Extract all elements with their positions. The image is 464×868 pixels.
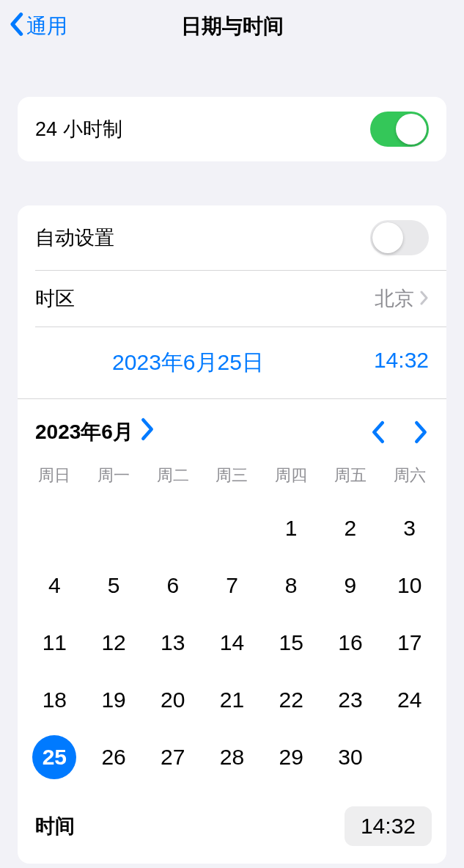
weekday-label: 周三	[202, 464, 262, 486]
row-timezone[interactable]: 时区 北京	[18, 271, 446, 327]
day-cell[interactable]: 15	[262, 614, 321, 671]
weekday-label: 周六	[380, 464, 439, 486]
day-cell[interactable]: 13	[143, 614, 202, 671]
day-cell[interactable]: 1	[262, 500, 321, 557]
group-datetime: 自动设置 时区 北京 2023年6月25日 14:32 2023年6月	[18, 205, 446, 864]
label-auto-set: 自动设置	[35, 225, 114, 251]
month-label: 2023年6月	[35, 418, 133, 446]
day-cell[interactable]: 7	[202, 557, 262, 614]
weekday-label: 周一	[84, 464, 144, 486]
chevron-right-icon	[139, 417, 155, 447]
day-cell[interactable]: 6	[143, 557, 202, 614]
back-button[interactable]: 通用	[0, 12, 67, 42]
month-arrows	[370, 420, 429, 445]
month-nav: 2023年6月	[18, 399, 446, 453]
day-cell[interactable]: 25	[25, 729, 84, 786]
back-label: 通用	[26, 12, 67, 40]
day-cell[interactable]: 20	[143, 671, 202, 729]
day-cell[interactable]: 3	[380, 500, 439, 557]
day-cell[interactable]: 17	[380, 614, 439, 671]
month-picker-button[interactable]: 2023年6月	[35, 417, 155, 447]
chevron-left-icon	[9, 12, 26, 42]
next-month-button[interactable]	[413, 420, 429, 445]
weekday-label: 周五	[321, 464, 380, 486]
footer-note: 打开“定位服务”将提高自动时区准确性。	[0, 864, 464, 868]
label-24h: 24 小时制	[35, 116, 122, 142]
calendar-grid: 1234567891011121314151617181920212223242…	[18, 492, 446, 798]
day-cell[interactable]: 10	[380, 557, 439, 614]
day-cell[interactable]: 14	[202, 614, 262, 671]
timezone-value: 北京	[375, 285, 414, 312]
day-cell-empty	[84, 500, 144, 557]
day-cell[interactable]: 21	[202, 671, 262, 729]
prev-month-button[interactable]	[370, 420, 386, 445]
time-label: 时间	[35, 813, 75, 839]
day-cell[interactable]: 8	[262, 557, 321, 614]
day-cell[interactable]: 29	[262, 729, 321, 786]
time-row: 时间 14:32	[18, 798, 446, 864]
day-cell[interactable]: 23	[321, 671, 380, 729]
day-cell[interactable]: 11	[25, 614, 84, 671]
label-timezone: 时区	[35, 285, 75, 312]
current-datetime-row: 2023年6月25日 14:32	[18, 327, 446, 398]
row-auto-set: 自动设置	[18, 205, 446, 270]
current-time[interactable]: 14:32	[341, 348, 429, 378]
day-cell[interactable]: 18	[25, 671, 84, 729]
day-cell[interactable]: 22	[262, 671, 321, 729]
current-date[interactable]: 2023年6月25日	[35, 348, 341, 378]
day-cell[interactable]: 16	[321, 614, 380, 671]
switch-auto-set[interactable]	[370, 220, 429, 255]
day-cell[interactable]: 24	[380, 671, 439, 729]
day-cell[interactable]: 26	[84, 729, 144, 786]
weekday-label: 周四	[262, 464, 321, 486]
day-cell[interactable]: 30	[321, 729, 380, 786]
day-cell[interactable]: 5	[84, 557, 144, 614]
day-cell-empty	[25, 500, 84, 557]
header: 通用 日期与时间	[0, 0, 464, 53]
day-cell[interactable]: 4	[25, 557, 84, 614]
weekday-label: 周日	[25, 464, 84, 486]
value-timezone: 北京	[375, 285, 429, 312]
time-picker-button[interactable]: 14:32	[345, 806, 432, 846]
group-24h: 24 小时制	[18, 97, 446, 161]
day-cell[interactable]: 27	[143, 729, 202, 786]
day-cell-empty	[202, 500, 262, 557]
day-cell-empty	[143, 500, 202, 557]
switch-24h[interactable]	[370, 112, 429, 147]
page-title: 日期与时间	[0, 12, 464, 40]
chevron-right-icon	[420, 288, 429, 310]
row-24h: 24 小时制	[18, 97, 446, 161]
day-cell[interactable]: 12	[84, 614, 144, 671]
day-cell[interactable]: 28	[202, 729, 262, 786]
day-cell[interactable]: 9	[321, 557, 380, 614]
weekday-header: 周日周一周二周三周四周五周六	[18, 453, 446, 492]
weekday-label: 周二	[143, 464, 202, 486]
day-cell[interactable]: 2	[321, 500, 380, 557]
day-cell[interactable]: 19	[84, 671, 144, 729]
